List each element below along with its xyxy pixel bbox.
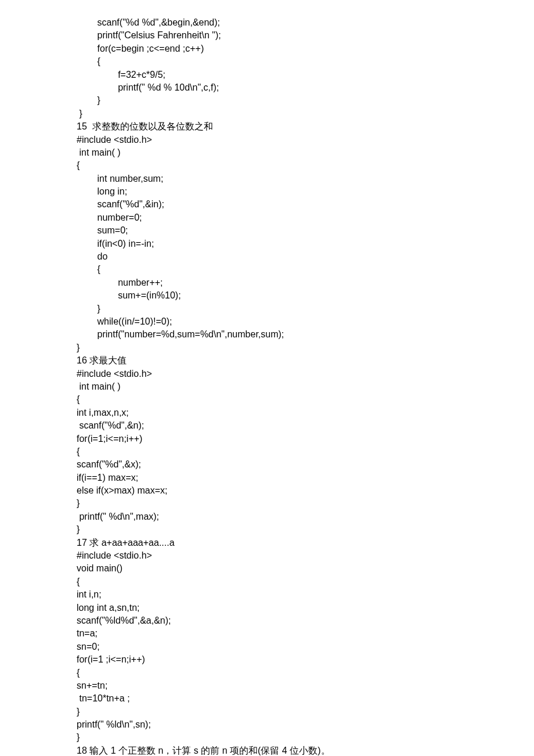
code-line: int i,max,n,x;: [77, 406, 534, 419]
code-line: if(in<0) in=-in;: [77, 237, 534, 250]
code-line: tn=a;: [77, 627, 534, 640]
code-line: }: [77, 341, 534, 354]
code-line: printf(" %d % 10d\n",c,f);: [77, 81, 534, 94]
code-line: scanf("%d %d",&begin,&end);: [77, 16, 534, 29]
code-line: for(c=begin ;c<=end ;c++): [77, 42, 534, 55]
code-line: printf("Celsius Fahrenheit\n ");: [77, 29, 534, 42]
code-line: sum=0;: [77, 224, 534, 237]
code-line: {: [77, 159, 534, 172]
code-line: int main( ): [77, 146, 534, 159]
code-line: else if(x>max) max=x;: [77, 484, 534, 497]
code-line: {: [77, 667, 534, 679]
code-line: if(i==1) max=x;: [77, 471, 534, 484]
code-line: }: [77, 303, 534, 315]
code-line: scanf("%d",&x);: [77, 458, 534, 471]
code-line: printf(" %ld\n",sn);: [77, 718, 534, 731]
code-line: number=0;: [77, 211, 534, 224]
code-line: {: [77, 445, 534, 458]
code-line: {: [77, 263, 534, 276]
code-line: while((in/=10)!=0);: [77, 315, 534, 328]
code-line: sn+=tn;: [77, 679, 534, 692]
code-line: sum+=(in%10);: [77, 289, 534, 302]
code-line: }: [77, 705, 534, 718]
code-line: sn=0;: [77, 640, 534, 653]
code-line: scanf("%d",&in);: [77, 198, 534, 211]
code-line: number++;: [77, 276, 534, 289]
code-line: {: [77, 393, 534, 406]
code-line: #include <stdio.h>: [77, 368, 534, 380]
code-line: 15 求整数的位数以及各位数之和: [77, 120, 534, 133]
code-line: }: [77, 94, 534, 107]
code-line: long in;: [77, 185, 534, 198]
code-line: do: [77, 250, 534, 263]
code-line: scanf("%ld%d",&a,&n);: [77, 614, 534, 627]
code-line: }: [77, 523, 534, 536]
code-line: 18 输入 1 个正整数 n，计算 s 的前 n 项的和(保留 4 位小数)。: [77, 744, 534, 756]
code-line: int number,sum;: [77, 172, 534, 185]
code-line: long int a,sn,tn;: [77, 602, 534, 614]
code-line: void main(): [77, 562, 534, 575]
code-line: 16 求最大值: [77, 354, 534, 367]
code-line: printf(" %d\n",max);: [77, 510, 534, 523]
document-page: scanf("%d %d",&begin,&end); printf("Cels…: [0, 0, 534, 756]
code-line: {: [77, 575, 534, 588]
code-line: #include <stdio.h>: [77, 549, 534, 562]
code-line: scanf("%d",&n);: [77, 419, 534, 432]
code-line: }: [77, 497, 534, 510]
code-line: }: [77, 731, 534, 744]
code-line: printf("number=%d,sum=%d\n",number,sum);: [77, 328, 534, 341]
code-line: {: [77, 55, 534, 68]
code-line: for(i=1;i<=n;i++): [77, 433, 534, 445]
code-line: int main( ): [77, 380, 534, 393]
code-line: f=32+c*9/5;: [77, 69, 534, 81]
code-line: int i,n;: [77, 588, 534, 601]
code-line: for(i=1 ;i<=n;i++): [77, 653, 534, 666]
code-line: }: [77, 107, 534, 120]
code-line: #include <stdio.h>: [77, 134, 534, 146]
code-line: tn=10*tn+a ;: [77, 692, 534, 705]
code-line: 17 求 a+aa+aaa+aa....a: [77, 537, 534, 549]
